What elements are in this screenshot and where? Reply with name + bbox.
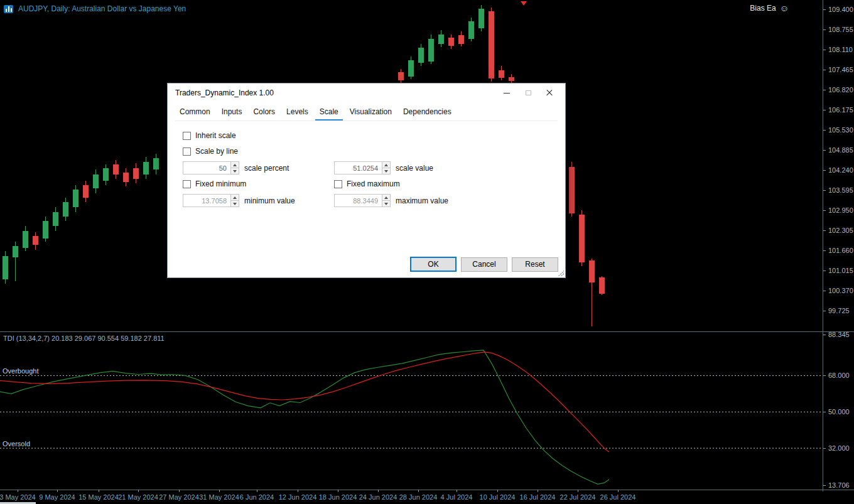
tab-scale[interactable]: Scale bbox=[315, 104, 343, 121]
minimum-value-spinner[interactable] bbox=[230, 194, 239, 207]
time-tick bbox=[618, 490, 619, 492]
price-axis-label: 102.950 bbox=[828, 206, 853, 214]
time-tick bbox=[538, 490, 538, 492]
reset-button[interactable]: Reset bbox=[512, 257, 558, 272]
checkbox-box[interactable] bbox=[183, 147, 191, 156]
spin-up-icon[interactable] bbox=[382, 194, 391, 201]
spin-up-icon[interactable] bbox=[230, 194, 239, 201]
price-tick bbox=[823, 29, 826, 30]
price-tick bbox=[823, 50, 826, 50]
tdi-indicator-label: TDI (13,34,2,7) 20.183 29.067 90.554 59.… bbox=[3, 335, 165, 342]
field-label: scale percent bbox=[244, 164, 289, 173]
date-label: 12 Jun 2024 bbox=[279, 493, 317, 501]
ea-smiley-icon[interactable]: ☺ bbox=[780, 4, 789, 13]
checkbox-box[interactable] bbox=[183, 132, 191, 140]
spin-up-icon[interactable] bbox=[382, 161, 391, 168]
tab-colors[interactable]: Colors bbox=[249, 104, 279, 121]
tdi-lines bbox=[0, 332, 823, 490]
tdi-axis-label: 13.706 bbox=[828, 481, 850, 489]
time-tick bbox=[57, 490, 58, 492]
candle-body bbox=[589, 260, 595, 282]
overbought-label: Overbought bbox=[3, 367, 40, 375]
maximize-icon bbox=[526, 90, 531, 95]
price-tick bbox=[823, 9, 826, 10]
tab-dependencies[interactable]: Dependencies bbox=[399, 104, 456, 121]
tab-visualization[interactable]: Visualization bbox=[345, 104, 396, 121]
time-tick bbox=[219, 490, 220, 492]
price-tick bbox=[823, 110, 826, 110]
price-axis-label: 104.240 bbox=[828, 166, 853, 174]
dialog-tabs: CommonInputsColorsLevelsScaleVisualizati… bbox=[175, 104, 558, 121]
date-label: 31 May 2024 bbox=[199, 493, 239, 501]
tdi-axis-label: 68.000 bbox=[828, 372, 850, 379]
tdi-tick bbox=[823, 335, 826, 335]
window-controls bbox=[496, 85, 560, 101]
tdi-tick bbox=[823, 448, 826, 449]
minimum-value-input[interactable] bbox=[183, 194, 230, 207]
spin-up-icon[interactable] bbox=[230, 161, 239, 168]
tab-inputs[interactable]: Inputs bbox=[217, 104, 247, 121]
trade-signal-line bbox=[0, 352, 609, 452]
price-axis-label: 106.175 bbox=[828, 106, 853, 114]
spin-down-icon[interactable] bbox=[230, 168, 239, 174]
dialog-title: Traders_Dynamic_Index 1.00 bbox=[175, 88, 274, 97]
candle-body bbox=[438, 35, 444, 44]
price-axis-label: 105.530 bbox=[828, 126, 853, 134]
candle-body bbox=[93, 174, 99, 188]
scale-by-line-checkbox[interactable]: Scale by line bbox=[183, 147, 238, 156]
scale-percent-input[interactable] bbox=[183, 161, 230, 174]
price-tick bbox=[823, 150, 826, 151]
ok-button[interactable]: OK bbox=[410, 257, 457, 272]
tdi-indicator-panel[interactable]: TDI (13,34,2,7) 20.183 29.067 90.554 59.… bbox=[0, 332, 823, 490]
arrow-down-marker[interactable] bbox=[521, 1, 527, 6]
spin-down-icon[interactable] bbox=[230, 201, 239, 207]
date-label: 24 Jun 2024 bbox=[359, 493, 397, 501]
price-tick bbox=[823, 190, 826, 191]
maximum-value-field: maximum value bbox=[334, 194, 448, 207]
date-label: 9 May 2024 bbox=[39, 493, 75, 501]
fixed-maximum-checkbox[interactable]: Fixed maximum bbox=[334, 180, 400, 188]
time-axis[interactable]: 3 May 20249 May 202415 May 202421 May 20… bbox=[0, 491, 854, 504]
close-icon bbox=[546, 89, 553, 97]
cancel-button[interactable]: Cancel bbox=[461, 257, 507, 272]
dialog-titlebar[interactable]: Traders_Dynamic_Index 1.00 bbox=[168, 83, 565, 102]
scale-percent-spinner[interactable] bbox=[230, 161, 239, 174]
time-tick bbox=[298, 490, 298, 492]
spin-down-icon[interactable] bbox=[382, 201, 391, 207]
rsi-price-line bbox=[0, 350, 609, 485]
symbol-title: AUDJPY, Daily: Australian Dollar vs Japa… bbox=[18, 4, 186, 13]
time-tick bbox=[578, 490, 578, 492]
axis-divider bbox=[0, 490, 854, 490]
tdi-axis-label: 32.000 bbox=[828, 444, 850, 452]
fixed-minimum-checkbox[interactable]: Fixed minimum bbox=[183, 180, 246, 188]
candle-body bbox=[3, 256, 8, 279]
spin-down-icon[interactable] bbox=[382, 168, 391, 174]
checkbox-box[interactable] bbox=[334, 180, 342, 188]
checkbox-box[interactable] bbox=[183, 180, 191, 188]
checkbox-label: Fixed minimum bbox=[195, 180, 246, 188]
inherit-scale-checkbox[interactable]: Inherit scale bbox=[183, 131, 236, 140]
maximum-value-input[interactable] bbox=[334, 194, 382, 207]
maximum-value-spinner[interactable] bbox=[382, 194, 391, 207]
tdi-tick bbox=[823, 375, 826, 376]
date-label: 16 Jul 2024 bbox=[520, 493, 556, 501]
scale-value-input[interactable] bbox=[334, 161, 382, 174]
checkbox-label: Scale by line bbox=[195, 147, 238, 156]
date-label: 28 Jun 2024 bbox=[399, 493, 438, 501]
scale-value-spinner[interactable] bbox=[382, 161, 391, 174]
minimize-button[interactable] bbox=[496, 85, 517, 101]
checkbox-label: Inherit scale bbox=[195, 131, 236, 140]
resize-grip[interactable] bbox=[558, 270, 564, 276]
tab-levels[interactable]: Levels bbox=[282, 104, 313, 121]
tdi-tick bbox=[823, 485, 826, 486]
date-label: 27 May 2024 bbox=[159, 493, 199, 501]
candle-body bbox=[23, 231, 28, 248]
candle-body bbox=[489, 11, 494, 78]
price-tick bbox=[823, 70, 826, 70]
time-tick bbox=[497, 490, 498, 492]
minimum-value-field: minimum value bbox=[183, 194, 295, 207]
close-button[interactable] bbox=[539, 85, 560, 101]
candle-body bbox=[73, 190, 78, 207]
price-axis[interactable]: 109.400108.755108.110107.465106.820106.1… bbox=[823, 0, 854, 491]
tab-common[interactable]: Common bbox=[175, 104, 215, 121]
